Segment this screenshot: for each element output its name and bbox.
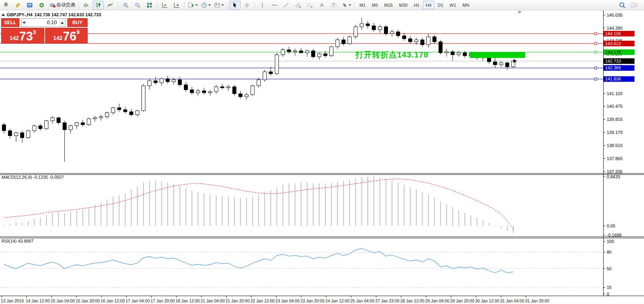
chart-canvas[interactable]: 145.035144.390143.745143.100142.455141.8… <box>0 0 644 304</box>
timeframe-H1[interactable]: H1 <box>411 1 422 9</box>
highlight-rectangle[interactable] <box>470 52 525 58</box>
fibonacci-tool-button[interactable]: F <box>304 1 315 10</box>
macd-indicator-label: MACD(12,26,9) -0.1235 -0.0507 <box>2 175 64 180</box>
svg-text:139.815: 139.815 <box>607 117 623 122</box>
new-order-button[interactable]: 单 <box>0 1 11 10</box>
line-handle[interactable] <box>594 42 597 45</box>
text-icon: A <box>319 2 325 8</box>
horizontal-line-icon <box>271 2 278 8</box>
vertical-line-tool-button[interactable] <box>257 1 268 10</box>
blue-window-icon <box>27 2 33 8</box>
time-axis-label: 31 Jan 20:00 <box>525 298 549 303</box>
time-axis-label: 27 Jan 23:00 <box>375 298 399 303</box>
timeframe-M5[interactable]: M5 <box>369 1 380 9</box>
price-axis[interactable]: 145.035144.390143.745143.100142.455141.8… <box>603 13 634 296</box>
timeframe-M1[interactable]: M1 <box>357 1 368 9</box>
trendline-tool-button[interactable] <box>281 1 292 10</box>
line-chart-button[interactable] <box>105 1 116 10</box>
buy-price-display[interactable]: 142 76 9 <box>45 28 88 43</box>
svg-text:144.390: 144.390 <box>607 26 623 31</box>
pivot-annotation-text[interactable]: 打开转折点143.178 <box>355 50 428 60</box>
cursor-tool-button[interactable] <box>229 1 241 10</box>
collapse-panel-icon[interactable] <box>2 13 5 16</box>
trendline-icon <box>283 2 289 8</box>
timeframe-H4[interactable]: H4 <box>423 1 434 9</box>
indicators-button[interactable] <box>187 1 199 10</box>
chart-shift-button[interactable] <box>171 1 182 10</box>
arrows-tool-button[interactable] <box>340 1 352 10</box>
autotrade-button[interactable]: 自动交易 <box>48 1 76 10</box>
svg-text:80: 80 <box>607 250 612 254</box>
metaeditor-icon[interactable] <box>24 1 35 10</box>
sell-price-prefix: 142 <box>10 35 19 41</box>
time-axis-label: 14 Jan 12:00 <box>26 298 50 303</box>
time-axis-label: 17 Jan 04:00 <box>126 298 150 303</box>
time-axis-label: 15 Jan 04:00 <box>51 298 75 303</box>
sell-price-main: 73 <box>19 31 33 42</box>
arrows-icon <box>341 2 348 8</box>
candlestick-chart-button[interactable] <box>93 1 104 10</box>
separator <box>184 1 185 9</box>
time-axis-label: 17 Jan 20:00 <box>151 298 175 303</box>
chat-button[interactable] <box>629 1 640 10</box>
zoom-in-button[interactable] <box>120 1 131 10</box>
text-tool-button[interactable]: A <box>316 1 327 10</box>
time-axis-label: 15 Jan 20:00 <box>76 298 100 303</box>
templates-button[interactable] <box>213 1 225 10</box>
time-axis-label: 29 Jan 04:00 <box>425 298 449 303</box>
buy-button[interactable]: BUY <box>67 18 88 27</box>
ohlc-values: 142.736 142.747 142.633 142.733 <box>34 12 101 17</box>
volume-input[interactable]: 0.10 <box>27 19 59 27</box>
search-button[interactable] <box>617 1 628 10</box>
dropdown-arrow-icon <box>195 4 198 6</box>
timeframe-M30[interactable]: M30 <box>396 1 410 9</box>
text-label-tool-button[interactable]: T <box>328 1 339 10</box>
one-click-trading-panel: SELL 0.10 BUY 142 73 3 142 76 9 <box>1 18 88 43</box>
rsi-pane <box>0 249 603 288</box>
periods-button[interactable] <box>200 1 212 10</box>
fibonacci-icon: F <box>306 2 313 8</box>
svg-text:143.178: 143.178 <box>605 50 621 55</box>
time-axis-label: 22 Jan 12:00 <box>250 298 275 303</box>
crosshair-tool-button[interactable] <box>241 1 252 10</box>
text-label-icon: T <box>331 2 337 8</box>
sell-button[interactable]: SELL <box>1 18 19 27</box>
timeframe-W1[interactable]: W1 <box>447 1 459 9</box>
signals-icon[interactable] <box>36 1 47 10</box>
zoom-out-button[interactable] <box>132 1 143 10</box>
line-handle[interactable] <box>594 51 597 54</box>
timeframe-M15[interactable]: M15 <box>382 1 396 9</box>
styler-icon[interactable] <box>12 1 23 10</box>
line-handle[interactable] <box>594 67 597 69</box>
separator <box>118 1 118 9</box>
svg-text:141.836: 141.836 <box>605 76 621 81</box>
auto-scroll-button[interactable] <box>159 1 170 10</box>
buy-price-sup: 9 <box>76 29 80 35</box>
time-axis-label: 30 Jan 12:00 <box>475 298 499 303</box>
tile-windows-button[interactable] <box>144 1 155 10</box>
indicators-icon <box>188 2 194 8</box>
horizontal-line-tool-button[interactable] <box>269 1 280 10</box>
sell-price-display[interactable]: 142 73 3 <box>1 28 44 43</box>
dropdown-arrow-icon <box>349 4 351 6</box>
equidistant-channel-icon: E <box>294 2 302 8</box>
zoom-in-icon <box>122 2 129 8</box>
line-handle[interactable] <box>594 33 597 35</box>
bar-chart-button[interactable] <box>81 1 92 10</box>
svg-text:137.205: 137.205 <box>607 169 623 174</box>
channel-tool-button[interactable]: E <box>292 1 304 10</box>
timeframe-MN[interactable]: MN <box>460 1 472 9</box>
time-axis-label: 21 Jan 04:00 <box>201 298 225 303</box>
svg-text:141.120: 141.120 <box>607 91 623 96</box>
volume-decrease-button[interactable] <box>21 19 27 27</box>
dropdown-arrow-icon <box>222 4 224 6</box>
volume-increase-button[interactable] <box>59 19 65 27</box>
chat-bubbles-icon <box>630 2 638 9</box>
svg-text:142.389: 142.389 <box>605 65 621 70</box>
separator <box>157 1 157 9</box>
chart-shift-marker-icon[interactable] <box>518 11 522 14</box>
line-handle[interactable] <box>594 78 597 80</box>
timeframe-D1[interactable]: D1 <box>435 1 446 9</box>
time-axis-label: 23 Jan 04:00 <box>275 298 300 303</box>
buy-price-main: 76 <box>63 31 76 42</box>
